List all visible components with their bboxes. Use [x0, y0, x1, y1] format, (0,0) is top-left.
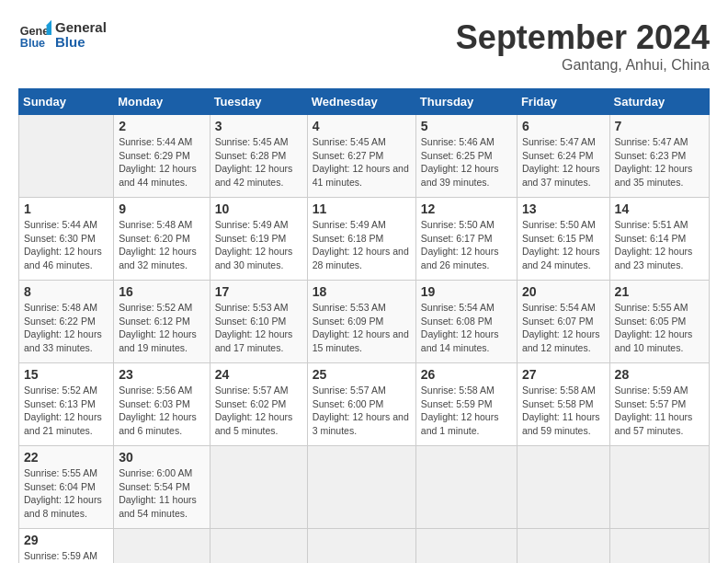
day-number: 19 — [421, 284, 512, 299]
day-info: Sunrise: 5:47 AM Sunset: 6:23 PM Dayligh… — [615, 136, 693, 188]
calendar-cell: 26 Sunrise: 5:58 AM Sunset: 5:59 PM Dayl… — [415, 363, 517, 446]
calendar-cell: 30 Sunrise: 6:00 AM Sunset: 5:54 PM Dayl… — [114, 446, 210, 529]
day-number: 11 — [313, 201, 411, 216]
day-info: Sunrise: 5:49 AM Sunset: 6:18 PM Dayligh… — [313, 219, 409, 270]
weekday-header: Tuesday — [210, 89, 307, 115]
logo: General Blue General Blue — [18, 18, 107, 52]
calendar-cell: 22 Sunrise: 5:55 AM Sunset: 6:04 PM Dayl… — [19, 446, 114, 529]
day-number: 2 — [119, 119, 204, 133]
day-info: Sunrise: 5:57 AM Sunset: 6:00 PM Dayligh… — [313, 385, 409, 436]
calendar-cell: 19 Sunrise: 5:54 AM Sunset: 6:08 PM Dayl… — [415, 281, 517, 363]
calendar-week-row: 29 Sunrise: 5:59 AM Sunset: 5:55 PM Dayl… — [19, 529, 710, 564]
calendar-cell: 27 Sunrise: 5:58 AM Sunset: 5:58 PM Dayl… — [517, 363, 609, 446]
day-number: 5 — [421, 119, 512, 133]
weekday-header: Sunday — [19, 89, 114, 115]
calendar-cell: 5 Sunrise: 5:46 AM Sunset: 6:25 PM Dayli… — [415, 115, 517, 198]
day-info: Sunrise: 5:45 AM Sunset: 6:27 PM Dayligh… — [313, 136, 409, 188]
day-info: Sunrise: 5:56 AM Sunset: 6:03 PM Dayligh… — [119, 385, 197, 436]
day-info: Sunrise: 5:59 AM Sunset: 5:57 PM Dayligh… — [615, 385, 693, 436]
day-info: Sunrise: 5:46 AM Sunset: 6:25 PM Dayligh… — [421, 136, 499, 188]
day-number: 13 — [522, 201, 605, 216]
calendar-cell: 3 Sunrise: 5:45 AM Sunset: 6:28 PM Dayli… — [210, 115, 307, 198]
calendar-cell: 28 Sunrise: 5:59 AM Sunset: 5:57 PM Dayl… — [609, 363, 709, 446]
logo-icon: General Blue — [18, 18, 51, 52]
day-info: Sunrise: 5:54 AM Sunset: 6:07 PM Dayligh… — [522, 302, 600, 353]
calendar-cell: 8 Sunrise: 5:48 AM Sunset: 6:22 PM Dayli… — [19, 281, 114, 363]
logo-text-general: General — [55, 20, 107, 36]
calendar-cell: 6 Sunrise: 5:47 AM Sunset: 6:24 PM Dayli… — [517, 115, 609, 198]
logo-text-blue: Blue — [55, 35, 107, 51]
day-number: 23 — [119, 367, 204, 382]
calendar-cell — [307, 529, 415, 564]
day-number: 26 — [421, 367, 512, 382]
calendar-cell: 29 Sunrise: 5:59 AM Sunset: 5:55 PM Dayl… — [19, 529, 114, 564]
day-number: 18 — [313, 284, 411, 299]
day-info: Sunrise: 5:53 AM Sunset: 6:10 PM Dayligh… — [215, 302, 293, 353]
calendar-table: SundayMondayTuesdayWednesdayThursdayFrid… — [18, 88, 710, 563]
day-info: Sunrise: 5:58 AM Sunset: 5:58 PM Dayligh… — [522, 385, 600, 436]
title-block: September 2024 Gantang, Anhui, China — [456, 18, 710, 74]
calendar-week-row: 1 Sunrise: 5:44 AM Sunset: 6:30 PM Dayli… — [19, 198, 710, 281]
calendar-cell: 25 Sunrise: 5:57 AM Sunset: 6:00 PM Dayl… — [307, 363, 415, 446]
calendar-week-row: 15 Sunrise: 5:52 AM Sunset: 6:13 PM Dayl… — [19, 363, 710, 446]
calendar-cell — [415, 446, 517, 529]
calendar-cell: 20 Sunrise: 5:54 AM Sunset: 6:07 PM Dayl… — [517, 281, 609, 363]
day-info: Sunrise: 5:57 AM Sunset: 6:02 PM Dayligh… — [215, 385, 293, 436]
day-number: 3 — [215, 119, 302, 133]
calendar-cell: 14 Sunrise: 5:51 AM Sunset: 6:14 PM Dayl… — [609, 198, 709, 281]
day-number: 17 — [215, 284, 302, 299]
day-info: Sunrise: 5:48 AM Sunset: 6:22 PM Dayligh… — [24, 302, 102, 353]
calendar-cell — [114, 529, 210, 564]
day-info: Sunrise: 5:54 AM Sunset: 6:08 PM Dayligh… — [421, 302, 499, 353]
day-info: Sunrise: 5:49 AM Sunset: 6:19 PM Dayligh… — [215, 219, 293, 270]
calendar-cell — [210, 446, 307, 529]
day-info: Sunrise: 5:59 AM Sunset: 5:55 PM Dayligh… — [24, 550, 102, 563]
day-number: 15 — [24, 367, 108, 382]
calendar-cell: 2 Sunrise: 5:44 AM Sunset: 6:29 PM Dayli… — [114, 115, 210, 198]
day-info: Sunrise: 5:45 AM Sunset: 6:28 PM Dayligh… — [215, 136, 293, 188]
day-number: 10 — [215, 201, 302, 216]
calendar-cell — [19, 115, 114, 198]
calendar-cell — [517, 529, 609, 564]
page-header: General Blue General Blue September 2024… — [18, 18, 710, 74]
weekday-header: Monday — [114, 89, 210, 115]
weekday-header-row: SundayMondayTuesdayWednesdayThursdayFrid… — [19, 89, 710, 115]
day-number: 21 — [615, 284, 704, 299]
day-number: 27 — [522, 367, 605, 382]
day-info: Sunrise: 5:51 AM Sunset: 6:14 PM Dayligh… — [615, 219, 693, 270]
calendar-cell — [415, 529, 517, 564]
location-subtitle: Gantang, Anhui, China — [456, 57, 710, 74]
weekday-header: Wednesday — [307, 89, 415, 115]
day-number: 4 — [313, 119, 411, 133]
day-info: Sunrise: 5:48 AM Sunset: 6:20 PM Dayligh… — [119, 219, 197, 270]
calendar-cell — [609, 446, 709, 529]
day-number: 16 — [119, 284, 204, 299]
svg-text:Blue: Blue — [20, 37, 45, 50]
calendar-cell: 23 Sunrise: 5:56 AM Sunset: 6:03 PM Dayl… — [114, 363, 210, 446]
calendar-cell — [307, 446, 415, 529]
weekday-header: Friday — [517, 89, 609, 115]
day-info: Sunrise: 5:52 AM Sunset: 6:13 PM Dayligh… — [24, 385, 102, 436]
day-number: 9 — [119, 201, 204, 216]
calendar-cell: 11 Sunrise: 5:49 AM Sunset: 6:18 PM Dayl… — [307, 198, 415, 281]
weekday-header: Thursday — [415, 89, 517, 115]
day-number: 7 — [615, 119, 704, 133]
calendar-cell — [210, 529, 307, 564]
calendar-cell: 4 Sunrise: 5:45 AM Sunset: 6:27 PM Dayli… — [307, 115, 415, 198]
day-number: 6 — [522, 119, 605, 133]
calendar-cell: 7 Sunrise: 5:47 AM Sunset: 6:23 PM Dayli… — [609, 115, 709, 198]
day-info: Sunrise: 5:50 AM Sunset: 6:15 PM Dayligh… — [522, 219, 600, 270]
day-info: Sunrise: 5:55 AM Sunset: 6:05 PM Dayligh… — [615, 302, 693, 353]
calendar-cell: 17 Sunrise: 5:53 AM Sunset: 6:10 PM Dayl… — [210, 281, 307, 363]
day-number: 8 — [24, 284, 108, 299]
calendar-cell — [517, 446, 609, 529]
day-number: 20 — [522, 284, 605, 299]
day-number: 29 — [24, 533, 108, 547]
calendar-cell — [609, 529, 709, 564]
weekday-header: Saturday — [609, 89, 709, 115]
day-info: Sunrise: 5:47 AM Sunset: 6:24 PM Dayligh… — [522, 136, 600, 188]
day-number: 14 — [615, 201, 704, 216]
day-number: 1 — [24, 201, 108, 216]
day-info: Sunrise: 5:50 AM Sunset: 6:17 PM Dayligh… — [421, 219, 499, 270]
calendar-cell: 12 Sunrise: 5:50 AM Sunset: 6:17 PM Dayl… — [415, 198, 517, 281]
